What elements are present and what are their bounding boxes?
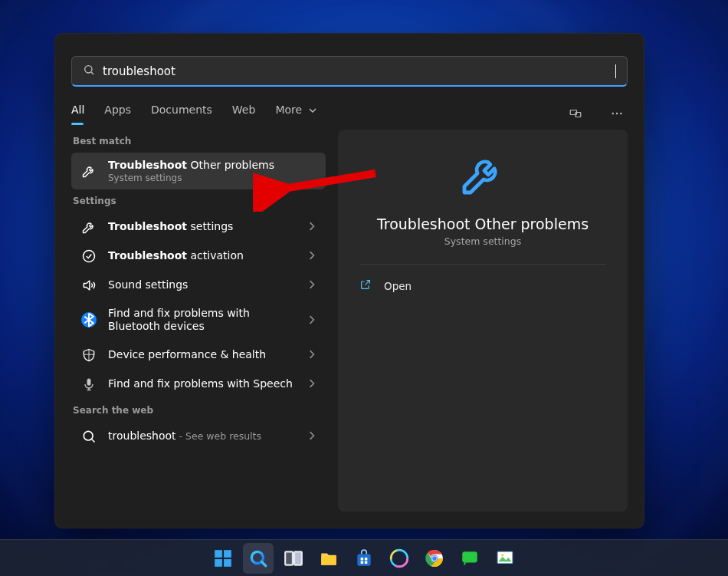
svg-rect-20 (285, 551, 293, 564)
taskbar-copilot[interactable] (384, 543, 415, 574)
taskbar-taskview[interactable] (278, 543, 309, 574)
tab-apps[interactable]: Apps (104, 104, 131, 123)
chevron-right-icon (307, 429, 316, 443)
svg-point-5 (616, 113, 618, 114)
result-troubleshoot-settings[interactable]: Troubleshoot settings (71, 212, 326, 242)
preview-pane: Troubleshoot Other problems System setti… (338, 130, 628, 512)
result-title: Sound settings (108, 278, 297, 292)
taskbar-store[interactable] (349, 543, 379, 574)
svg-line-12 (92, 439, 95, 442)
result-bluetooth-fix[interactable]: Find and fix problems with Bluetooth dev… (71, 300, 326, 341)
svg-rect-25 (365, 557, 367, 559)
divider (359, 264, 606, 265)
chevron-right-icon (307, 278, 316, 292)
preview-subtitle: System settings (444, 235, 521, 247)
chevron-right-icon (307, 377, 316, 391)
search-icon (83, 64, 95, 79)
taskbar-chrome[interactable] (419, 543, 450, 574)
result-web-search[interactable]: troubleshoot - See web results (71, 422, 326, 451)
svg-point-6 (620, 113, 621, 114)
wrench-icon (80, 219, 97, 235)
section-web: Search the web (73, 405, 326, 416)
text-caret (615, 64, 616, 78)
wrench-icon (458, 150, 507, 202)
open-label: Open (384, 280, 412, 292)
search-input-container[interactable] (71, 56, 628, 87)
svg-point-37 (501, 553, 503, 555)
microphone-icon (80, 377, 97, 392)
wrench-icon (80, 163, 97, 179)
tab-more[interactable]: More (275, 104, 316, 123)
tab-more-label: More (275, 104, 302, 116)
project-to-device-icon[interactable] (565, 107, 586, 120)
result-title: Troubleshoot settings (108, 220, 297, 234)
speaker-icon (80, 278, 97, 293)
tab-all[interactable]: All (71, 104, 84, 123)
tab-web[interactable]: Web (232, 104, 256, 123)
open-action[interactable]: Open (359, 278, 412, 293)
svg-point-11 (84, 431, 93, 440)
taskbar-paint[interactable] (490, 543, 520, 574)
svg-rect-23 (357, 554, 370, 565)
svg-rect-35 (462, 551, 477, 562)
chevron-right-icon (307, 219, 316, 234)
taskbar-explorer[interactable] (313, 543, 344, 574)
svg-line-1 (91, 72, 93, 74)
chevron-right-icon (307, 249, 316, 263)
svg-rect-27 (365, 561, 367, 563)
more-options-icon[interactable] (606, 107, 628, 120)
svg-rect-21 (294, 551, 302, 564)
bluetooth-icon (80, 312, 97, 327)
search-input[interactable] (103, 64, 608, 78)
taskbar (0, 539, 728, 576)
result-title: Find and fix problems with Bluetooth dev… (108, 307, 297, 334)
taskbar-search[interactable] (243, 543, 274, 574)
result-sound-settings[interactable]: Sound settings (71, 271, 326, 300)
svg-point-0 (85, 65, 92, 72)
result-troubleshoot-activation[interactable]: Troubleshoot activation (71, 242, 326, 271)
result-best-match[interactable]: Troubleshoot Other problems System setti… (71, 153, 326, 189)
result-device-health[interactable]: Device performance & health (71, 341, 326, 370)
chevron-right-icon (307, 347, 316, 362)
svg-rect-17 (224, 559, 231, 567)
filter-tabs: All Apps Documents Web More (71, 104, 628, 123)
result-title: Device performance & health (108, 348, 297, 362)
result-title: Troubleshoot activation (108, 249, 297, 263)
result-speech-fix[interactable]: Find and fix problems with Speech (71, 370, 326, 399)
tab-documents[interactable]: Documents (151, 104, 212, 123)
checkmark-icon (80, 249, 97, 264)
svg-point-4 (612, 113, 614, 114)
svg-point-34 (432, 556, 437, 561)
open-external-icon (359, 278, 372, 293)
result-title: Troubleshoot Other problems (108, 159, 316, 173)
search-panel: All Apps Documents Web More Best match T… (54, 33, 644, 528)
shield-icon (80, 347, 97, 363)
chevron-down-icon (309, 107, 316, 114)
search-icon (80, 429, 97, 444)
svg-rect-14 (215, 550, 222, 558)
svg-rect-22 (321, 555, 336, 564)
preview-title: Troubleshoot Other problems (377, 216, 589, 232)
svg-rect-15 (224, 550, 231, 558)
result-title: troubleshoot - See web results (108, 430, 297, 443)
svg-rect-26 (361, 561, 363, 563)
svg-line-19 (261, 561, 265, 565)
section-best-match: Best match (73, 136, 326, 146)
svg-rect-24 (361, 557, 363, 559)
taskbar-chat[interactable] (454, 543, 485, 574)
result-subtitle: System settings (108, 173, 316, 183)
chevron-right-icon (307, 313, 316, 327)
svg-rect-8 (87, 378, 91, 385)
section-settings: Settings (73, 196, 326, 206)
svg-rect-16 (215, 559, 222, 567)
result-title: Find and fix problems with Speech (108, 377, 297, 391)
svg-point-7 (84, 250, 95, 262)
taskbar-start[interactable] (208, 543, 238, 574)
results-column: Best match Troubleshoot Other problems S… (71, 130, 326, 512)
